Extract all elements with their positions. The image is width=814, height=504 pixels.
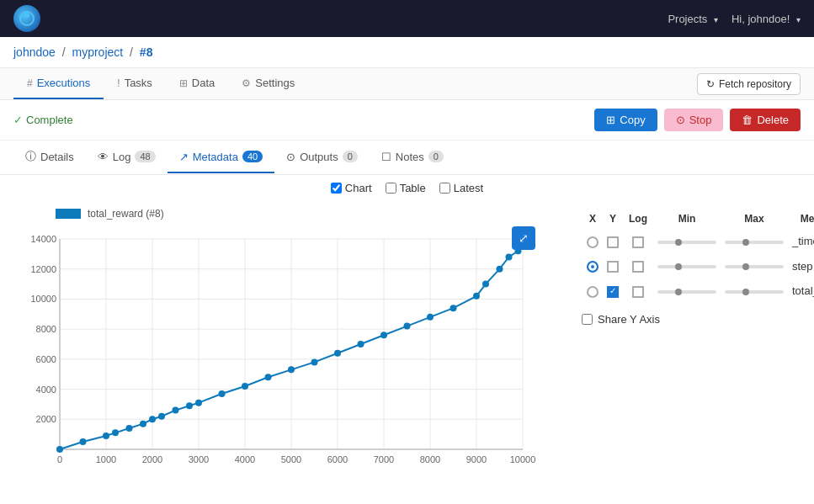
- subtab-notes[interactable]: ☐ Notes 0: [370, 142, 455, 173]
- tab-executions-label: Executions: [37, 77, 91, 89]
- svg-point-56: [311, 358, 318, 365]
- log-cell[interactable]: [624, 255, 652, 279]
- subtab-metadata[interactable]: ↗ Metadata 40: [168, 142, 274, 173]
- svg-point-63: [473, 293, 480, 300]
- subtab-log[interactable]: 👁 Log 48: [86, 142, 168, 173]
- svg-point-47: [149, 416, 156, 422]
- log-checkbox[interactable]: [632, 236, 644, 248]
- svg-point-57: [334, 350, 341, 357]
- x-radio[interactable]: [587, 236, 599, 248]
- min-cell[interactable]: [654, 279, 720, 303]
- y-checkbox[interactable]: [607, 236, 619, 248]
- right-panel: X Y Log Min Max Metadata _timesteptotal_…: [565, 208, 801, 479]
- notes-badge: 0: [428, 151, 444, 162]
- breadcrumb-run: #8: [140, 45, 153, 59]
- eye-icon: 👁: [98, 151, 109, 163]
- chart-checkbox-label[interactable]: Chart: [331, 182, 372, 194]
- x-cell[interactable]: [583, 279, 602, 303]
- subtab-outputs[interactable]: ⊙ Outputs 0: [274, 142, 370, 173]
- table-checkbox-label[interactable]: Table: [386, 182, 426, 194]
- user-dropdown[interactable]: Hi, johndoe! ▾: [732, 13, 801, 25]
- log-cell[interactable]: [624, 279, 652, 303]
- svg-point-53: [242, 383, 248, 390]
- table-checkbox[interactable]: [386, 183, 396, 194]
- copy-icon: ⊞: [606, 114, 615, 126]
- breadcrumb-project[interactable]: myproject: [72, 45, 124, 59]
- log-badge: 48: [135, 151, 155, 162]
- status-label: Complete: [26, 114, 73, 126]
- expand-chart-button[interactable]: ⤢: [512, 226, 535, 250]
- delete-icon: 🗑: [742, 114, 753, 126]
- tab-tasks[interactable]: ! Tasks: [104, 68, 166, 99]
- min-cell[interactable]: [654, 230, 720, 253]
- subtab-outputs-label: Outputs: [300, 151, 338, 163]
- max-cell[interactable]: [721, 230, 787, 253]
- subtab-details[interactable]: ⓘ Details: [13, 141, 86, 174]
- min-slider[interactable]: [657, 241, 716, 244]
- col-log-header: Log: [624, 210, 652, 228]
- table-row: _time: [583, 230, 814, 253]
- min-slider[interactable]: [657, 265, 716, 268]
- latest-checkbox-label[interactable]: Latest: [439, 182, 483, 194]
- delete-button[interactable]: 🗑 Delete: [730, 109, 801, 131]
- tab-data[interactable]: ⊞ Data: [166, 68, 228, 99]
- expand-icon: ⤢: [519, 231, 529, 245]
- svg-point-49: [173, 407, 179, 414]
- svg-point-61: [427, 314, 434, 321]
- chart-icon: ↗: [179, 151, 189, 163]
- copy-button[interactable]: ⊞ Copy: [594, 109, 657, 131]
- delete-label: Delete: [757, 114, 789, 126]
- stop-button[interactable]: ⊙ Stop: [664, 109, 724, 131]
- y-cell[interactable]: [604, 230, 622, 253]
- y-checkbox[interactable]: [607, 261, 619, 273]
- svg-point-51: [195, 400, 202, 406]
- projects-dropdown[interactable]: Projects ▾: [668, 13, 718, 25]
- log-checkbox[interactable]: [632, 286, 644, 298]
- tab-settings-icon: ⚙: [242, 77, 251, 89]
- chart-checkbox[interactable]: [331, 183, 342, 194]
- min-cell[interactable]: [654, 255, 720, 279]
- log-checkbox[interactable]: [632, 261, 644, 273]
- max-slider[interactable]: [725, 290, 784, 294]
- min-slider[interactable]: [657, 290, 716, 294]
- tab-settings[interactable]: ⚙ Settings: [228, 68, 308, 99]
- subtabs-row: ⓘ Details 👁 Log 48 ↗ Metadata 40 ⊙ Outpu…: [0, 141, 814, 175]
- x-cell[interactable]: [583, 230, 602, 253]
- tab-executions-icon: #: [27, 77, 33, 89]
- svg-point-45: [126, 425, 133, 432]
- x-radio[interactable]: [587, 286, 599, 298]
- metric-name: _time: [789, 230, 814, 253]
- x-cell[interactable]: [583, 255, 602, 279]
- fetch-repository-button[interactable]: ↻ Fetch repository: [697, 73, 801, 95]
- svg-point-66: [506, 253, 513, 260]
- breadcrumb-user[interactable]: johndoe: [13, 45, 56, 59]
- copy-label: Copy: [620, 114, 645, 126]
- svg-text:10000: 10000: [30, 294, 56, 304]
- svg-text:1000: 1000: [96, 454, 116, 464]
- y-cell[interactable]: [604, 279, 622, 303]
- max-cell[interactable]: [721, 255, 787, 279]
- metric-name: step: [789, 255, 814, 279]
- y-checkbox[interactable]: [607, 286, 619, 298]
- logo: [13, 5, 40, 32]
- max-slider[interactable]: [725, 241, 784, 244]
- svg-text:9000: 9000: [466, 454, 487, 464]
- max-slider[interactable]: [725, 265, 784, 268]
- topnav-right: Projects ▾ Hi, johndoe! ▾: [668, 13, 801, 25]
- max-cell[interactable]: [721, 279, 787, 303]
- table-label: Table: [400, 182, 426, 194]
- share-y-checkbox[interactable]: [582, 314, 593, 325]
- log-cell[interactable]: [624, 230, 652, 253]
- chart-svg: 2000400060008000100001200014000010002000…: [13, 226, 535, 479]
- tab-executions[interactable]: # Executions: [13, 68, 104, 99]
- x-radio[interactable]: [587, 261, 599, 273]
- svg-text:2000: 2000: [36, 414, 56, 424]
- topnav: Projects ▾ Hi, johndoe! ▾: [0, 0, 814, 37]
- svg-point-43: [103, 432, 109, 439]
- notes-icon: ☐: [381, 151, 391, 163]
- latest-checkbox[interactable]: [439, 183, 450, 194]
- col-x-header: X: [583, 210, 602, 228]
- y-cell[interactable]: [604, 255, 622, 279]
- share-y-label: Share Y Axis: [598, 313, 660, 326]
- legend-color-swatch: [56, 209, 81, 219]
